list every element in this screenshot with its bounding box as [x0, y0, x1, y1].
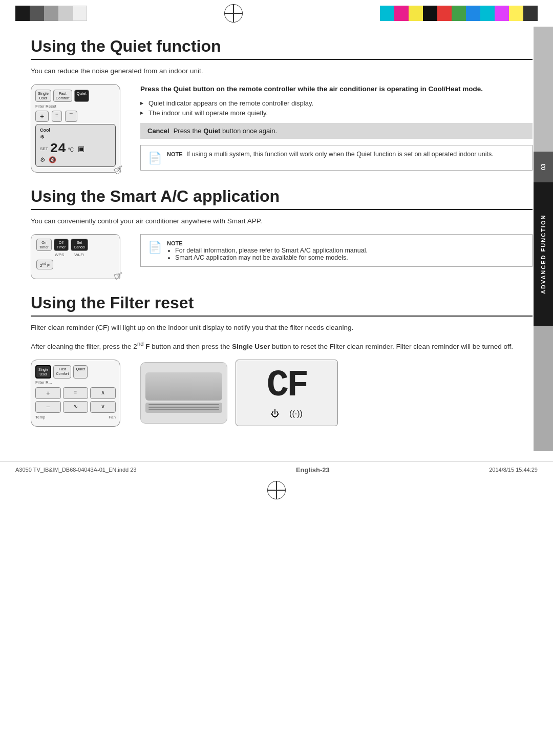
- quiet-section-divider: [31, 59, 533, 60]
- filter-controls-grid: + ≡ ∧ − ∿ ∨: [35, 387, 116, 413]
- bottom-reg-mark-area: [0, 478, 553, 502]
- footer-bar: A3050 TV_IB&IM_DB68-04043A-01_EN.indd 23…: [0, 461, 553, 478]
- cf-display-box: CF ⏻ ((·)): [236, 360, 338, 426]
- slat-1: [148, 404, 219, 405]
- quiet-bullet-2: The indoor unit will operate more quietl…: [140, 109, 533, 117]
- deg-c: °C: [68, 147, 74, 153]
- quiet-icon: 🔇: [49, 156, 56, 163]
- left-color-bar: [15, 6, 87, 21]
- filter-reset-desc2: After cleaning the filter, press the 2nd…: [31, 341, 533, 350]
- filter-up-btn: ∧: [90, 387, 116, 399]
- smart-ac-section-title: Using the Smart A/C application: [31, 187, 533, 206]
- note-document-icon: 📄: [148, 152, 162, 165]
- second-f-area: 2nd F: [36, 259, 115, 271]
- quiet-bullet-1: Quiet indicator appears on the remote co…: [140, 99, 533, 107]
- indoor-unit-slats: [145, 403, 222, 413]
- cf-text: CF: [267, 367, 307, 404]
- quiet-remote-display: Cool ❄ SET 24 °C ▣ ⚙ 🔇: [35, 124, 116, 167]
- eq-btn: ≡: [52, 111, 62, 122]
- fast-comfort-btn: FastComfort: [53, 90, 72, 102]
- set-label: SET: [40, 146, 48, 151]
- wps-wifi-row: WPS Wi-Fi: [55, 253, 115, 257]
- quiet-note-text: If using a multi system, this function w…: [186, 151, 494, 158]
- filter-plus-btn: +: [35, 387, 61, 399]
- filter-eq-btn: ≡: [63, 387, 89, 399]
- cancel-label: Cancel: [147, 127, 169, 135]
- smart-note-item-1: For detail information, please refer to …: [175, 247, 368, 254]
- quiet-remote-illustration: SingleUser FastComfort Quiet Filter Rese…: [31, 84, 128, 173]
- right-color-bar: [380, 6, 538, 21]
- content-wrapper: Using the Quiet function You can reduce …: [0, 27, 553, 451]
- swatch-white: [73, 6, 87, 21]
- filter-reset-section-title: Using the Filter reset: [31, 293, 533, 312]
- bottom-reg-mark: [267, 481, 286, 499]
- sidebar-section-num: 03: [534, 152, 553, 182]
- display-icons-row: ⚙ 🔇: [40, 156, 111, 163]
- smart-ac-note-box: 📄 NOTE For detail information, please re…: [140, 234, 533, 267]
- cool-label: Cool: [40, 128, 111, 133]
- filter-single-user-btn: SingleUser: [35, 365, 51, 379]
- quiet-content-row: SingleUser FastComfort Quiet Filter Rese…: [31, 84, 533, 173]
- cf-icons-row: ⏻ ((·)): [271, 409, 303, 418]
- quiet-remote-box: SingleUser FastComfort Quiet Filter Rese…: [31, 84, 120, 173]
- smart-ac-section-divider: [31, 209, 533, 210]
- footer-right: 2014/8/15 15:44:29: [489, 467, 538, 473]
- smart-ac-section: Using the Smart A/C application You can …: [31, 187, 533, 279]
- wifi-label: Wi-Fi: [74, 253, 84, 257]
- swatch-lighter: [58, 6, 73, 21]
- filter-wave-btn: ∿: [63, 401, 89, 413]
- smart-ac-note-area: 📄 NOTE For detail information, please re…: [140, 234, 533, 267]
- swatch-dk-gray: [30, 6, 44, 21]
- smart-note-document-icon: 📄: [148, 241, 162, 254]
- filter-reset-illustrations: SingleUser FastComfort Quiet Filter R...…: [31, 360, 533, 427]
- swatch-black3: [523, 6, 538, 21]
- right-sidebar: 03 Advanced Function: [534, 27, 553, 451]
- plus-btn: +: [35, 111, 49, 122]
- filter-reset-desc1: Filter clean reminder (CF) will light up…: [31, 324, 533, 331]
- off-timer-btn: OffTimer: [54, 239, 69, 251]
- swatch-black2: [423, 6, 437, 21]
- footer-left: A3050 TV_IB&IM_DB68-04043A-01_EN.indd 23: [15, 467, 136, 473]
- fan-btn: ⌒: [65, 111, 77, 122]
- filter-down-btn: ∨: [90, 401, 116, 413]
- filter-remote-illustration: SingleUser FastComfort Quiet Filter R...…: [31, 360, 128, 427]
- cf-wifi-icon: ((·)): [289, 409, 303, 418]
- temp-label: Temp: [35, 415, 46, 419]
- quiet-instruction: Press the Quiet button on the remote con…: [140, 84, 533, 94]
- set-cancel-btn: SetCancel: [71, 239, 88, 251]
- swatch-red: [437, 6, 452, 21]
- quiet-text-side: Press the Quiet button on the remote con…: [140, 84, 533, 171]
- swatch-lt-gray: [44, 6, 58, 21]
- registration-marks-bar: [0, 0, 553, 27]
- fan-label: Fan: [109, 415, 116, 419]
- cancel-box: Cancel Press the Quiet button once again…: [140, 123, 533, 139]
- swatch-yellow: [409, 6, 423, 21]
- second-f-btn: 2nd F: [36, 260, 53, 270]
- temp-number: 24: [50, 142, 66, 155]
- quiet-note-content: NOTE If using a multi system, this funct…: [167, 151, 494, 158]
- quiet-function-section: Using the Quiet function You can reduce …: [31, 37, 533, 173]
- swatch-cyan2: [480, 6, 495, 21]
- smart-note-item-2: Smart A/C application may not be availab…: [175, 254, 368, 261]
- wps-label: WPS: [55, 253, 64, 257]
- filter-unit-display-area: CF ⏻ ((·)): [140, 360, 338, 426]
- center-reg-mark: [224, 4, 243, 23]
- single-user-btn: SingleUser: [35, 90, 51, 102]
- smart-btn-row: OnTimer OffTimer SetCancel: [36, 239, 115, 251]
- mode-icon: ▣: [78, 144, 84, 153]
- filter-reset-label-row: Filter R...: [35, 380, 116, 385]
- filter-fast-comfort-btn: FastComfort: [53, 365, 71, 379]
- swatch-magenta2: [495, 6, 509, 21]
- sidebar-top-gray: [534, 27, 553, 152]
- indoor-unit-body: [145, 372, 222, 401]
- smart-note-label: NOTE: [167, 240, 183, 246]
- swatch-yellow2: [509, 6, 523, 21]
- filter-reset-section: Using the Filter reset Filter clean remi…: [31, 293, 533, 427]
- remote-controls-row: + ≡ ⌒: [35, 111, 116, 122]
- on-timer-btn: OnTimer: [36, 239, 52, 251]
- cf-power-icon: ⏻: [271, 409, 279, 418]
- quiet-btn: Quiet: [74, 90, 89, 102]
- filter-btn-row: SingleUser FastComfort Quiet: [35, 365, 116, 379]
- footer-center: English-23: [296, 466, 330, 474]
- sidebar-section-label: Advanced Function: [534, 182, 553, 326]
